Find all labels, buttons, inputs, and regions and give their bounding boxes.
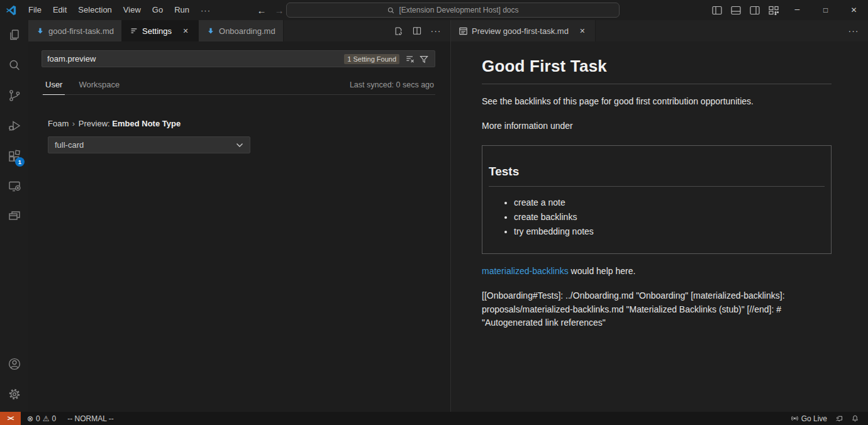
vim-mode-status[interactable]: -- NORMAL -- bbox=[64, 412, 118, 425]
tab-preview-good-first-task[interactable]: Preview good-first-task.md ✕ bbox=[451, 20, 596, 41]
markdown-preview-icon bbox=[459, 26, 468, 36]
back-arrow-icon[interactable]: ← bbox=[253, 5, 270, 16]
menu-more-icon[interactable]: ··· bbox=[195, 6, 216, 15]
link-references-paragraph: [[Onboarding#Tests]: ../Onboarding.md "O… bbox=[482, 289, 832, 330]
vim-mode-label: -- NORMAL -- bbox=[67, 414, 114, 423]
accounts-icon[interactable] bbox=[0, 349, 28, 379]
problems-status[interactable]: ⊗ 0 ⚠ 0 bbox=[23, 412, 60, 425]
tab-strip-left: good-first-task.md Settings ✕ Onboar bbox=[28, 20, 450, 41]
tab-close-icon[interactable]: ✕ bbox=[181, 26, 191, 36]
tab-settings[interactable]: Settings ✕ bbox=[122, 20, 199, 41]
editor-group-right: Preview good-first-task.md ✕ ··· Good Fi… bbox=[450, 20, 868, 412]
settings-editor-icon bbox=[130, 26, 138, 35]
activity-bar: 1 bbox=[0, 20, 28, 412]
tab-onboarding[interactable]: Onboarding.md bbox=[199, 20, 284, 41]
feedback-button[interactable] bbox=[831, 412, 847, 425]
tab-label: Onboarding.md bbox=[219, 26, 275, 36]
breadcrumb-separator: › bbox=[71, 119, 76, 128]
remote-explorer-icon[interactable] bbox=[0, 171, 28, 201]
tab-close-icon[interactable]: ✕ bbox=[577, 26, 587, 36]
more-actions-icon[interactable]: ··· bbox=[845, 23, 862, 39]
clear-search-filters-icon[interactable] bbox=[403, 52, 417, 66]
last-synced-label: Last synced: 0 secs ago bbox=[350, 80, 434, 94]
run-and-debug-icon[interactable] bbox=[0, 111, 28, 141]
go-live-button[interactable]: Go Live bbox=[787, 412, 831, 425]
preview-paragraph-1: See the backlinks of this page for good … bbox=[482, 95, 832, 109]
settings-editor: 1 Setting Found User bbox=[28, 41, 450, 412]
preview-title: Good First Task bbox=[482, 50, 832, 84]
extensions-icon[interactable]: 1 bbox=[0, 141, 28, 171]
scope-tab-user[interactable]: User bbox=[43, 76, 65, 95]
chevron-down-icon bbox=[236, 143, 243, 148]
menu-edit[interactable]: Edit bbox=[47, 3, 72, 17]
window-minimize-icon[interactable]: – bbox=[783, 0, 811, 19]
toggle-secondary-sidebar-icon[interactable] bbox=[745, 0, 764, 20]
tab-good-first-task[interactable]: good-first-task.md bbox=[28, 20, 122, 41]
menu-selection[interactable]: Selection bbox=[72, 3, 117, 17]
feedback-person-icon bbox=[835, 414, 843, 422]
explorer-icon[interactable] bbox=[0, 20, 28, 50]
filter-settings-icon[interactable] bbox=[417, 52, 431, 66]
preview-paragraph-2: More information under bbox=[482, 119, 832, 133]
notifications-bell-icon[interactable] bbox=[847, 412, 863, 425]
status-bar: >< ⊗ 0 ⚠ 0 -- NORMAL -- Go Live bbox=[0, 412, 868, 425]
embedded-note-card: Tests create a note create backlinks try… bbox=[482, 145, 832, 254]
command-center-label: [Extension Development Host] docs bbox=[399, 6, 518, 14]
preview-link-paragraph: materialized-backlinks would help here. bbox=[482, 265, 832, 279]
go-live-label: Go Live bbox=[801, 414, 827, 423]
list-item: create backlinks bbox=[514, 210, 825, 224]
settings-search-box[interactable]: 1 Setting Found bbox=[42, 50, 435, 67]
editor-area: good-first-task.md Settings ✕ Onboar bbox=[28, 20, 868, 412]
markdown-file-icon bbox=[36, 26, 45, 35]
status-bar-right: Go Live bbox=[787, 412, 868, 425]
split-editor-icon[interactable] bbox=[409, 23, 425, 39]
broadcast-icon bbox=[791, 414, 799, 422]
link-suffix-text: would help here. bbox=[569, 266, 636, 276]
warning-count: 0 bbox=[52, 414, 57, 423]
editor-actions-left: ··· bbox=[390, 20, 450, 41]
materialized-backlinks-link[interactable]: materialized-backlinks bbox=[482, 266, 569, 276]
history-nav: ← → bbox=[253, 5, 288, 16]
search-sidebar-icon[interactable] bbox=[0, 50, 28, 80]
list-item: create a note bbox=[514, 196, 825, 210]
scope-tab-workspace[interactable]: Workspace bbox=[76, 76, 122, 94]
editor-group-left: good-first-task.md Settings ✕ Onboar bbox=[28, 20, 450, 412]
editor-windows-icon[interactable] bbox=[0, 201, 28, 231]
setting-title: Foam › Preview: Embed Note Type bbox=[48, 119, 435, 128]
extensions-badge: 1 bbox=[15, 157, 25, 167]
setting-category: Foam bbox=[48, 119, 69, 128]
tab-label: Settings bbox=[142, 26, 172, 36]
select-value: full-card bbox=[55, 140, 84, 150]
source-control-icon[interactable] bbox=[0, 80, 28, 111]
setting-embed-note-type: Foam › Preview: Embed Note Type full-car… bbox=[48, 119, 435, 153]
menu-file[interactable]: File bbox=[23, 3, 47, 17]
command-center-search[interactable]: [Extension Development Host] docs bbox=[286, 3, 620, 18]
settings-gear-icon[interactable] bbox=[0, 379, 28, 409]
setting-subcategory: Preview: bbox=[79, 119, 110, 128]
vscode-logo-icon bbox=[6, 5, 16, 16]
error-count: 0 bbox=[36, 414, 40, 423]
menu-run[interactable]: Run bbox=[169, 3, 195, 17]
window-close-icon[interactable]: ✕ bbox=[840, 0, 868, 20]
markdown-file-icon bbox=[206, 26, 215, 35]
settings-scope-tabs: User Workspace Last synced: 0 secs ago bbox=[42, 76, 435, 95]
toggle-primary-sidebar-icon[interactable] bbox=[708, 0, 726, 20]
activity-bar-bottom bbox=[0, 349, 28, 412]
search-icon bbox=[387, 6, 395, 14]
forward-arrow-icon: → bbox=[270, 5, 288, 16]
vscode-window: File Edit Selection View Go Run ··· ← → … bbox=[0, 0, 868, 425]
customize-layout-icon[interactable] bbox=[764, 0, 783, 20]
more-actions-icon[interactable]: ··· bbox=[428, 23, 444, 39]
embed-note-type-select[interactable]: full-card bbox=[48, 136, 250, 153]
window-maximize-icon[interactable]: □ bbox=[811, 0, 840, 20]
menu-go[interactable]: Go bbox=[147, 3, 169, 17]
remote-indicator[interactable]: >< bbox=[0, 412, 21, 425]
settings-search-input[interactable] bbox=[47, 54, 344, 63]
open-settings-json-icon[interactable] bbox=[390, 23, 406, 39]
tab-label: Preview good-first-task.md bbox=[472, 26, 569, 36]
menu-view[interactable]: View bbox=[118, 3, 147, 17]
toggle-panel-icon[interactable] bbox=[726, 0, 745, 20]
embedded-note-heading: Tests bbox=[489, 160, 825, 187]
list-item: try embedding notes bbox=[514, 224, 825, 239]
title-bar: File Edit Selection View Go Run ··· ← → … bbox=[0, 0, 868, 20]
